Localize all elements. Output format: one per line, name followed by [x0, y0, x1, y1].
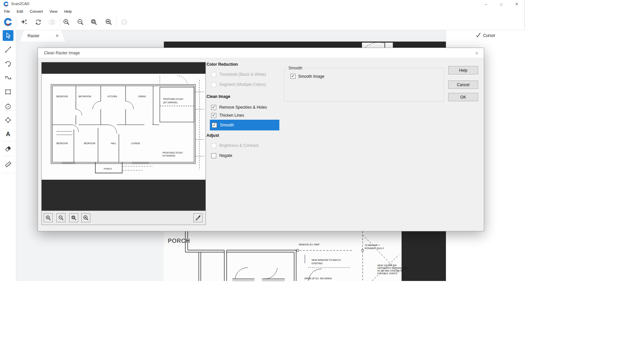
scan2cad-logo-icon	[3, 1, 9, 7]
menu-convert[interactable]: Convert	[27, 9, 46, 13]
plan-label: GRUB UP EX. SW DRAIN	[304, 277, 332, 280]
smooth-groupbox: Smooth Smooth Image	[284, 68, 444, 102]
brightness-contrast-checkbox-row: Brightness & Contrast	[211, 142, 259, 149]
remove-speckles-checkbox-row[interactable]: Remove Speckles & Holes	[211, 104, 267, 111]
segment-checkbox	[211, 82, 216, 87]
screenshot-root: Scan2CAD – □ ✕ File Edit Convert View He…	[0, 0, 644, 344]
zoom-out-button[interactable]	[75, 17, 86, 27]
dialog-title: Clean Raster Image	[44, 51, 80, 55]
threshold-checkbox-row: Threshold (Black & White)	[211, 71, 266, 78]
menu-edit[interactable]: Edit	[13, 9, 27, 13]
tab-raster[interactable]: Raster ≡	[20, 30, 65, 42]
preview-room-label: LOUNGE	[131, 142, 140, 145]
cursor-pen-icon	[476, 33, 481, 39]
svg-text:A: A	[6, 131, 10, 137]
plan-label: NEW WINDOW TO MATCH	[312, 259, 341, 261]
rotate-button[interactable]	[33, 17, 44, 27]
line-tool[interactable]	[3, 44, 13, 55]
preview-image: BEDROOM BATHROOM KITCHEN DINING PROPOSED…	[42, 62, 205, 211]
ok-button[interactable]: OK	[448, 93, 478, 101]
toolbar-separator	[116, 17, 117, 27]
rectangle-tool[interactable]	[3, 87, 13, 97]
arc-tool[interactable]	[3, 58, 13, 69]
zoom-extents-button[interactable]	[103, 17, 114, 27]
preview-room-label: BEDROOM	[56, 142, 68, 145]
preview-room-label: KITCHEN	[107, 95, 117, 98]
mirror-button-disabled	[46, 17, 57, 27]
preview-room-label: HALL	[111, 142, 117, 145]
plan-label: NEW 100 MM SW	[377, 264, 397, 267]
clean-image-heading: Clean Image	[206, 94, 230, 99]
sidebar-divider	[2, 156, 14, 156]
brightness-contrast-checkbox	[211, 143, 216, 148]
smooth-image-checkbox-row[interactable]: Smooth Image	[290, 74, 324, 79]
polygon-tool[interactable]	[3, 115, 13, 125]
title-bar: Scan2CAD – □ ✕	[0, 0, 524, 8]
window-title: Scan2CAD	[11, 2, 29, 6]
tab-menu-icon[interactable]: ≡	[56, 33, 58, 38]
segment-checkbox-row: Segment (Multiple Colors)	[211, 81, 266, 88]
sidebar-divider	[2, 141, 14, 142]
select-cursor-tool[interactable]	[3, 30, 13, 41]
raster-preview[interactable]: BEDROOM BATHROOM KITCHEN DINING PROPOSED…	[41, 62, 206, 225]
scan2cad-home-icon[interactable]	[3, 17, 13, 27]
bezier-tool[interactable]	[3, 72, 13, 83]
preview-room-label: BEDROOM	[56, 95, 68, 98]
text-tool[interactable]: A	[3, 129, 13, 139]
plan-label: PORCH	[168, 238, 190, 244]
menu-bar: File Edit Convert View Help	[0, 8, 524, 14]
preview-zoom-extents-button[interactable]	[81, 213, 90, 222]
cursor-panel-header: Cursor	[446, 30, 525, 41]
threshold-checkbox	[211, 72, 216, 77]
eyedropper-button[interactable]	[193, 213, 202, 222]
ruler-tool[interactable]	[3, 159, 13, 170]
thicken-lines-label: Thicken Lines	[219, 113, 244, 118]
remove-speckles-label: Remove Speckles & Holes	[219, 105, 267, 110]
tab-bar: Raster ≡	[16, 30, 446, 42]
toolbar-separator	[60, 17, 60, 27]
smooth-checkbox[interactable]	[212, 123, 217, 128]
smooth-image-checkbox[interactable]	[290, 74, 295, 79]
cancel-button[interactable]: Cancel	[448, 80, 478, 89]
preview-room-label: BEDROOM	[84, 142, 95, 145]
threshold-label: Threshold (Black & White)	[219, 72, 266, 77]
circle-tool[interactable]	[3, 101, 13, 112]
plan-label: EXISTING	[312, 262, 323, 265]
zoom-window-button[interactable]	[89, 17, 99, 27]
preview-room-label: EXTENSION	[163, 155, 175, 157]
preview-zoom-out-button[interactable]	[56, 213, 65, 222]
maximize-button[interactable]: □	[494, 0, 509, 8]
sidebar-divider	[2, 173, 14, 173]
thicken-lines-checkbox-row[interactable]: Thicken Lines	[211, 112, 244, 119]
help-button[interactable]: Help	[448, 66, 478, 74]
tab-raster-label: Raster	[28, 34, 39, 38]
main-toolbar	[0, 14, 524, 30]
menu-help[interactable]: Help	[61, 9, 75, 13]
tool-sidebar: A	[0, 30, 16, 281]
clean-image-button[interactable]	[19, 17, 30, 27]
zoom-in-button[interactable]	[61, 17, 72, 27]
preview-toolbar	[42, 211, 205, 225]
toolbar-separator	[17, 17, 17, 27]
preview-room-label: PROPOSED STUDY	[163, 152, 183, 154]
thicken-lines-checkbox[interactable]	[211, 113, 216, 118]
dialog-close-icon[interactable]: ✕	[474, 50, 480, 56]
close-button[interactable]: ✕	[509, 0, 524, 8]
menu-file[interactable]: File	[1, 9, 13, 13]
smooth-image-label: Smooth Image	[298, 74, 324, 79]
minimize-button[interactable]: –	[478, 0, 494, 8]
raster-image-top-edge	[164, 42, 446, 48]
dialog-title-bar[interactable]: Clean Raster Image ✕	[38, 48, 484, 58]
menu-view[interactable]: View	[46, 9, 61, 13]
preview-zoom-window-button[interactable]	[69, 213, 78, 222]
negate-checkbox-row[interactable]: Negate	[211, 152, 232, 159]
smooth-checkbox-row-selected[interactable]: Smooth	[210, 120, 279, 130]
eraser-tool[interactable]	[3, 144, 13, 154]
plan-label: 75 MM RWP +	[365, 244, 380, 246]
remove-speckles-checkbox[interactable]	[211, 105, 216, 110]
preview-zoom-in-button[interactable]	[44, 213, 53, 222]
preview-room-label: PROPOSED STUDY	[163, 98, 184, 100]
cursor-panel-title: Cursor	[483, 33, 495, 38]
negate-checkbox[interactable]	[211, 153, 216, 158]
adjust-heading: Adjust	[206, 133, 219, 138]
